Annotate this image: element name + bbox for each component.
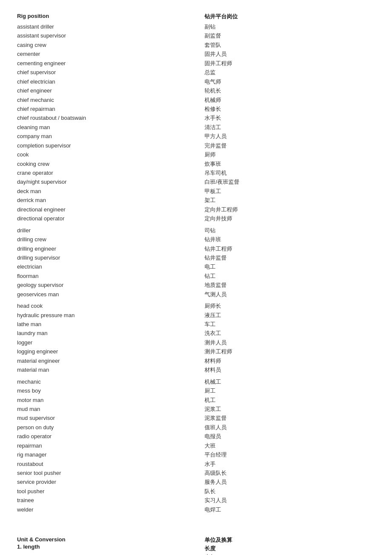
entry-en-25: drilling engineer: [17, 244, 187, 253]
entry-en-51: senior tool pusher: [17, 468, 187, 477]
entry-zh-55: 电焊工: [205, 505, 375, 514]
entry-en-17: day/night supervisor: [17, 177, 187, 186]
unit-sub-zh: 长度: [205, 545, 375, 552]
entry-zh-4: 固井工程师: [205, 59, 375, 68]
entry-en-26: drilling supervisor: [17, 253, 187, 262]
entry-zh-32: 厨师长: [205, 301, 375, 310]
entry-en-11: cleaning man: [17, 123, 187, 132]
entry-en-35: laundry man: [17, 329, 187, 338]
entry-en-55: welder: [17, 505, 187, 514]
entry-en-36: logger: [17, 338, 187, 347]
entry-en-18: deck man: [17, 187, 187, 196]
entry-en-38: material engineer: [17, 356, 187, 365]
entry-en-10: chief roustabout / boatswain: [17, 113, 187, 122]
entry-zh-5: 总监: [205, 68, 375, 77]
entry-en-15: cooking crew: [17, 159, 187, 168]
entry-en-12: company man: [17, 132, 187, 141]
entry-en-44: mud man: [17, 405, 187, 413]
entry-en-13: completion supervisor: [17, 141, 187, 150]
entry-zh-45: 泥浆监督: [205, 413, 375, 422]
unit-header-en: Unit & Conversion: [17, 536, 187, 543]
entry-en-50: roustabout: [17, 460, 187, 468]
entry-zh-54: 实习人员: [205, 496, 375, 505]
entry-en-41: mechanic: [17, 377, 187, 386]
entry-zh-23: 司钻: [205, 226, 375, 235]
entry-zh-2: 套管队: [205, 40, 375, 49]
entry-en-7: chief engineer: [17, 86, 187, 95]
entry-en-49: rig manager: [17, 450, 187, 459]
unit-entry-zh-0: 光年: [205, 552, 375, 555]
entry-zh-33: 液压工: [205, 311, 375, 320]
entry-en-23: driller: [17, 226, 187, 235]
unit-entry-en-0: light-year (km): [17, 552, 187, 555]
entry-en-53: tool pusher: [17, 487, 187, 496]
entry-zh-52: 服务人员: [205, 477, 375, 486]
entry-en-48: repairman: [17, 441, 187, 450]
header-en: Rig position: [17, 13, 187, 19]
entry-zh-47: 电报员: [205, 432, 375, 441]
entry-en-34: lathe man: [17, 320, 187, 329]
entry-zh-42: 厨工: [205, 386, 375, 395]
entry-en-30: geoservices man: [17, 290, 187, 299]
entry-zh-26: 钻井监督: [205, 253, 375, 262]
entry-zh-8: 机械师: [205, 95, 375, 104]
entry-en-33: hydraulic pressure man: [17, 311, 187, 320]
entry-zh-0: 副钻: [205, 22, 375, 31]
entry-zh-53: 队长: [205, 487, 375, 496]
entry-en-37: logging engineer: [17, 347, 187, 356]
entry-zh-35: 洗衣工: [205, 329, 375, 338]
entry-en-19: derrick man: [17, 196, 187, 205]
entry-zh-43: 机工: [205, 396, 375, 405]
entry-en-32: head cook: [17, 301, 187, 310]
entry-zh-6: 电气师: [205, 77, 375, 86]
entry-zh-14: 厨师: [205, 150, 375, 159]
unit-header-zh: 单位及换算: [205, 536, 375, 544]
entry-zh-20: 定向井工程师: [205, 205, 375, 214]
entry-zh-30: 气测人员: [205, 290, 375, 299]
entry-en-1: assistant supervisor: [17, 31, 187, 40]
entry-en-28: floorman: [17, 272, 187, 280]
entry-zh-28: 钻工: [205, 272, 375, 280]
entry-en-24: drilling crew: [17, 235, 187, 244]
entry-en-4: cementing engineer: [17, 59, 187, 68]
entry-zh-19: 架工: [205, 196, 375, 205]
entry-en-14: cook: [17, 150, 187, 159]
entry-en-52: service provider: [17, 477, 187, 486]
entry-zh-37: 测井工程师: [205, 347, 375, 356]
entry-en-3: cementer: [17, 49, 187, 58]
entry-zh-48: 大班: [205, 441, 375, 450]
entry-en-29: geology supervisor: [17, 280, 187, 289]
entry-en-43: motor man: [17, 396, 187, 405]
entry-en-16: crane operator: [17, 168, 187, 177]
entry-en-0: assistant driller: [17, 22, 187, 31]
entry-zh-13: 完井监督: [205, 141, 375, 150]
entry-zh-36: 测井人员: [205, 338, 375, 347]
entry-zh-50: 水手: [205, 460, 375, 468]
entry-en-45: mud supervisor: [17, 413, 187, 422]
entry-en-5: chief supervisor: [17, 68, 187, 77]
entry-zh-10: 水手长: [205, 113, 375, 122]
entry-zh-1: 副监督: [205, 31, 375, 40]
entry-zh-11: 清洁工: [205, 123, 375, 132]
unit-sub-en: 1. length: [17, 543, 187, 550]
entry-en-2: casing crew: [17, 40, 187, 49]
entry-zh-39: 材料员: [205, 365, 375, 374]
entry-en-27: electrician: [17, 262, 187, 271]
entry-en-21: directional operator: [17, 214, 187, 223]
entry-zh-9: 检修长: [205, 104, 375, 113]
entry-en-46: person on duty: [17, 423, 187, 432]
entry-zh-3: 固井人员: [205, 49, 375, 58]
entry-zh-51: 高级队长: [205, 468, 375, 477]
entry-zh-29: 地质监督: [205, 280, 375, 289]
entry-zh-25: 钻井工程师: [205, 244, 375, 253]
entry-zh-15: 炊事班: [205, 159, 375, 168]
entry-zh-18: 甲板工: [205, 187, 375, 196]
entry-zh-38: 材料师: [205, 356, 375, 365]
entry-en-6: chief electrician: [17, 77, 187, 86]
entry-zh-17: 白班/夜班监督: [205, 177, 375, 186]
entry-en-39: material man: [17, 365, 187, 374]
entry-en-47: radio operator: [17, 432, 187, 441]
entry-en-20: directional engineer: [17, 205, 187, 214]
entry-zh-7: 轮机长: [205, 86, 375, 95]
entry-en-8: chief mechanic: [17, 95, 187, 104]
